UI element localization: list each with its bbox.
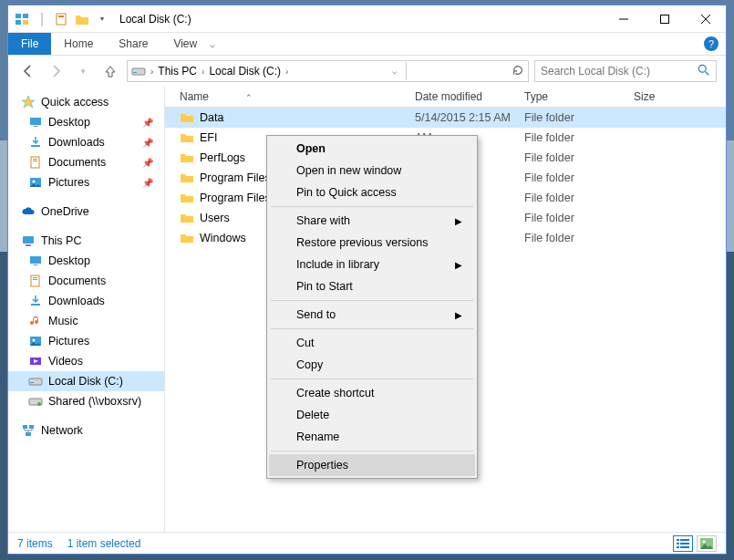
- menu-item-create-shortcut[interactable]: Create shortcut: [269, 382, 475, 404]
- sidebar-this-pc[interactable]: This PC: [8, 231, 164, 251]
- chevron-right-icon[interactable]: ›: [199, 67, 207, 77]
- svg-rect-4: [57, 14, 66, 25]
- column-name[interactable]: Name⌃: [180, 90, 415, 103]
- refresh-icon[interactable]: [512, 64, 524, 79]
- menu-item-rename[interactable]: Rename: [269, 426, 475, 448]
- status-selected-count: 1 item selected: [67, 537, 141, 550]
- svg-rect-1: [23, 14, 28, 18]
- svg-rect-14: [30, 118, 41, 125]
- menu-item-label: Copy: [296, 358, 323, 371]
- history-dropdown-icon[interactable]: ⌵: [392, 67, 397, 76]
- file-name: Program Files: [200, 192, 271, 204]
- sidebar-item-local-disk-c-[interactable]: Local Disk (C:): [8, 371, 164, 391]
- qat-separator: |: [34, 11, 50, 27]
- divider: [406, 62, 407, 80]
- sidebar-item-desktop[interactable]: Desktop: [8, 251, 164, 271]
- menu-separator: [271, 206, 473, 207]
- breadcrumb-item[interactable]: This PC: [158, 65, 197, 78]
- search-icon[interactable]: [698, 64, 710, 79]
- svg-rect-23: [26, 244, 31, 246]
- column-type[interactable]: Type: [524, 90, 634, 103]
- sidebar-item-documents[interactable]: Documents📌: [8, 152, 164, 172]
- menu-item-label: Restore previous versions: [296, 236, 429, 249]
- properties-icon[interactable]: [54, 11, 70, 27]
- thumbnails-view-button[interactable]: [697, 535, 717, 552]
- new-folder-icon[interactable]: [74, 11, 90, 27]
- file-name: Program Files: [200, 171, 271, 184]
- svg-rect-41: [680, 539, 689, 541]
- sidebar-item-downloads[interactable]: Downloads📌: [8, 132, 164, 152]
- help-icon[interactable]: ?: [704, 36, 718, 51]
- menu-item-send-to[interactable]: Send to▶: [269, 304, 475, 326]
- sidebar-item-shared-vboxsrv-[interactable]: Shared (\\vboxsrv): [8, 391, 164, 411]
- menu-item-restore-previous-versions[interactable]: Restore previous versions: [269, 232, 475, 254]
- maximize-button[interactable]: [644, 5, 685, 32]
- sidebar-item-documents[interactable]: Documents: [8, 271, 164, 291]
- svg-rect-11: [133, 72, 137, 73]
- close-button[interactable]: [685, 5, 726, 32]
- navigation-pane: Quick access Desktop📌Downloads📌Documents…: [8, 87, 165, 532]
- column-date[interactable]: Date modified: [415, 90, 524, 103]
- up-button[interactable]: [99, 60, 121, 82]
- sidebar-label: Quick access: [41, 96, 109, 109]
- file-type: File folder: [524, 151, 634, 164]
- ribbon-expand-icon[interactable]: ⌵: [210, 39, 215, 49]
- menu-item-share-with[interactable]: Share with▶: [269, 210, 475, 232]
- tab-home[interactable]: Home: [51, 34, 106, 54]
- sidebar-network[interactable]: Network: [8, 420, 164, 441]
- menu-item-label: Send to: [296, 308, 336, 321]
- svg-line-13: [706, 71, 709, 75]
- menu-item-pin-to-quick-access[interactable]: Pin to Quick access: [269, 181, 475, 203]
- sidebar-item-desktop[interactable]: Desktop📌: [8, 112, 164, 132]
- menu-item-include-in-library[interactable]: Include in library▶: [269, 254, 475, 275]
- menu-item-properties[interactable]: Properties: [269, 454, 475, 476]
- breadcrumb-item[interactable]: Local Disk (C:): [209, 65, 281, 78]
- sidebar-item-label: Downloads: [48, 136, 105, 149]
- details-view-button[interactable]: [673, 535, 693, 552]
- sidebar-item-pictures[interactable]: Pictures📌: [8, 172, 164, 192]
- local-disk-c--icon: [28, 374, 43, 389]
- forward-button[interactable]: [45, 60, 67, 82]
- tab-view[interactable]: View: [160, 34, 210, 54]
- sidebar-quick-access[interactable]: Quick access: [8, 92, 164, 112]
- sidebar-item-pictures[interactable]: Pictures: [8, 331, 164, 351]
- svg-rect-45: [680, 546, 689, 548]
- column-size[interactable]: Size: [634, 90, 726, 103]
- sidebar-onedrive[interactable]: OneDrive: [8, 202, 164, 222]
- menu-item-label: Rename: [296, 430, 339, 443]
- svg-rect-42: [677, 543, 679, 544]
- minimize-button[interactable]: [603, 5, 644, 32]
- breadcrumb[interactable]: › This PC › Local Disk (C:) › ⌵: [127, 60, 529, 82]
- back-button[interactable]: [17, 60, 39, 82]
- sort-asc-icon: ⌃: [245, 93, 253, 102]
- sidebar-item-downloads[interactable]: Downloads: [8, 291, 164, 311]
- menu-item-open[interactable]: Open: [269, 138, 475, 160]
- svg-rect-19: [33, 161, 37, 161]
- sidebar-item-label: Documents: [48, 275, 106, 287]
- menu-item-cut[interactable]: Cut: [269, 332, 475, 354]
- svg-rect-10: [132, 68, 145, 75]
- explorer-icon[interactable]: [14, 11, 30, 27]
- svg-point-21: [33, 181, 36, 183]
- sidebar-item-label: Downloads: [48, 295, 105, 307]
- sidebar-item-music[interactable]: Music: [8, 311, 164, 331]
- documents-icon: [28, 274, 43, 288]
- file-tab[interactable]: File: [8, 33, 51, 55]
- svg-point-12: [698, 65, 706, 72]
- quick-access-toolbar: | ▾: [14, 11, 110, 27]
- menu-item-open-in-new-window[interactable]: Open in new window: [269, 160, 475, 181]
- chevron-right-icon[interactable]: ›: [283, 67, 291, 77]
- search-input[interactable]: Search Local Disk (C:): [534, 60, 717, 82]
- qat-dropdown-icon[interactable]: ▾: [94, 11, 110, 27]
- menu-item-copy[interactable]: Copy: [269, 354, 475, 376]
- file-row[interactable]: Data5/14/2015 2:15 AMFile folder: [165, 108, 726, 128]
- sidebar-item-videos[interactable]: Videos: [8, 351, 164, 371]
- svg-rect-38: [29, 425, 34, 429]
- menu-item-label: Pin to Quick access: [296, 186, 397, 199]
- menu-item-delete[interactable]: Delete: [269, 404, 475, 426]
- chevron-right-icon[interactable]: ›: [148, 67, 156, 77]
- recent-dropdown-icon[interactable]: ▾: [72, 60, 94, 82]
- tab-share[interactable]: Share: [106, 34, 160, 54]
- computer-icon: [21, 233, 36, 248]
- menu-item-pin-to-start[interactable]: Pin to Start: [269, 275, 475, 297]
